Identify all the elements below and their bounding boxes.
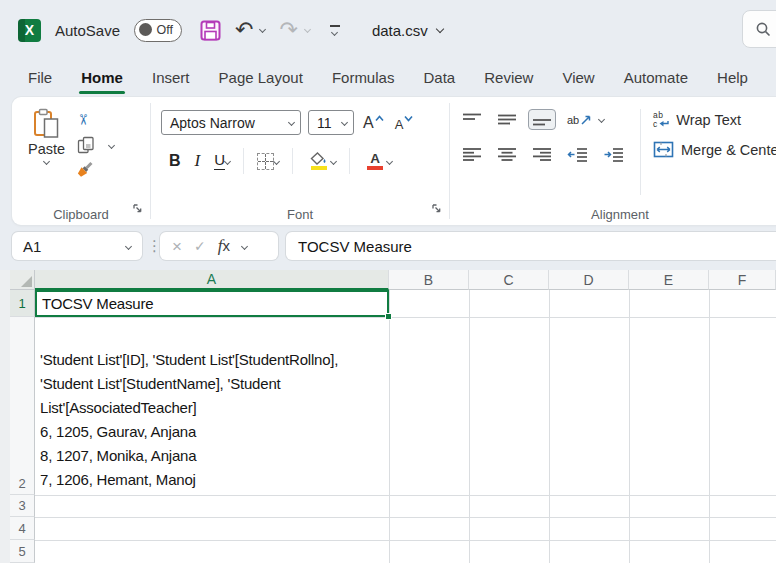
bold-button[interactable]: B <box>163 150 187 172</box>
copy-button[interactable] <box>77 136 114 154</box>
tab-automate[interactable]: Automate <box>622 63 690 95</box>
font-color-button[interactable]: A <box>357 149 398 174</box>
italic-icon: I <box>195 151 201 171</box>
clipboard-group-label: Clipboard <box>12 207 150 222</box>
align-center-button[interactable] <box>493 144 521 165</box>
cell-a2[interactable]: 'Student List'[ID], 'Student List'[Stude… <box>35 317 389 495</box>
font-color-letter-icon: A <box>370 152 380 166</box>
tab-help[interactable]: Help <box>715 63 750 95</box>
font-size-select[interactable]: 11 <box>308 110 354 135</box>
format-painter-button[interactable] <box>77 161 114 179</box>
enter-icon[interactable]: ✓ <box>194 238 206 254</box>
cancel-icon[interactable]: × <box>172 238 182 255</box>
font-dialog-launcher[interactable] <box>431 200 442 218</box>
font-name-value: Aptos Narrow <box>170 115 255 131</box>
orientation-dropdown-chevron-icon[interactable] <box>598 116 605 123</box>
increase-indent-button[interactable] <box>599 144 628 165</box>
sheet-area[interactable]: TOCSV Measure 'Student List'[ID], 'Stude… <box>35 290 776 563</box>
italic-button[interactable]: I <box>189 149 207 173</box>
borders-dropdown-chevron-icon[interactable] <box>273 157 280 164</box>
fill-color-swatch <box>311 166 327 170</box>
borders-button[interactable] <box>251 151 285 172</box>
decrease-font-letter: A <box>395 118 404 131</box>
column-header-d[interactable]: D <box>549 270 629 290</box>
merge-center-button[interactable]: Merge & Center <box>653 141 776 158</box>
name-box[interactable]: A1 <box>12 232 142 260</box>
row-header-1[interactable]: 1 <box>10 290 35 317</box>
fill-handle[interactable] <box>385 313 392 320</box>
customize-chevron-icon <box>331 29 338 36</box>
align-right-icon <box>532 147 552 162</box>
font-color-dropdown-chevron-icon[interactable] <box>386 157 393 164</box>
underline-dropdown-chevron-icon[interactable] <box>224 157 231 164</box>
wrap-text-button[interactable]: ab c Wrap Text <box>653 111 776 128</box>
font-group-label: Font <box>151 207 449 222</box>
column-header-e[interactable]: E <box>629 270 709 290</box>
select-all-button[interactable] <box>10 270 35 290</box>
formula-toolbox: × ✓ fx <box>160 232 278 260</box>
underline-button[interactable]: U <box>208 150 236 172</box>
font-size-chevron-icon <box>341 119 348 126</box>
name-box-chevron-icon[interactable] <box>125 242 132 249</box>
orientation-button[interactable]: ab <box>563 114 604 126</box>
save-button[interactable] <box>200 20 221 41</box>
search-box[interactable] <box>742 10 776 48</box>
formula-input[interactable]: TOCSV Measure <box>286 232 776 260</box>
tab-review[interactable]: Review <box>482 63 535 95</box>
fill-color-button[interactable] <box>300 149 342 173</box>
copy-dropdown-chevron-icon[interactable] <box>108 141 115 148</box>
excel-logo-icon[interactable]: X <box>18 19 41 42</box>
ribbon-tab-bar: File Home Insert Page Layout Formulas Da… <box>0 60 776 97</box>
column-header-b[interactable]: B <box>389 270 469 290</box>
decrease-indent-button[interactable] <box>563 144 592 165</box>
row-header-5[interactable]: 5 <box>10 540 35 563</box>
tab-insert[interactable]: Insert <box>150 63 192 95</box>
gridline <box>35 540 776 541</box>
row-header-2[interactable]: 2 <box>10 317 35 495</box>
cut-scissors-icon: ✂ <box>74 114 92 127</box>
insert-function-button[interactable]: fx <box>218 236 230 256</box>
bold-icon: B <box>169 152 181 170</box>
name-box-value: A1 <box>23 238 41 255</box>
paste-button[interactable]: Paste <box>28 108 65 179</box>
bottom-align-button[interactable] <box>528 109 556 130</box>
tab-data[interactable]: Data <box>421 63 457 95</box>
decrease-font-size-button[interactable]: A <box>393 113 416 133</box>
fx-chevron-icon[interactable] <box>241 242 248 249</box>
fill-color-dropdown-chevron-icon[interactable] <box>330 157 337 164</box>
paste-dropdown-chevron-icon[interactable] <box>43 158 50 165</box>
middle-align-button[interactable] <box>493 109 521 130</box>
column-header-f[interactable]: F <box>709 270 776 290</box>
increase-font-size-button[interactable]: A <box>361 113 386 133</box>
clipboard-group: Paste ✂ <box>12 97 150 225</box>
document-title-button[interactable]: data.csv <box>372 22 443 39</box>
undo-button[interactable]: ↶ <box>235 19 265 41</box>
customize-quick-access-toolbar-button[interactable] <box>330 25 340 35</box>
separator <box>292 148 293 174</box>
undo-dropdown-chevron-icon[interactable] <box>259 25 266 32</box>
cell-a1-selected[interactable]: TOCSV Measure <box>35 290 389 317</box>
tab-home[interactable]: Home <box>79 63 125 95</box>
tab-page-layout[interactable]: Page Layout <box>217 63 305 95</box>
column-header-a[interactable]: A <box>35 270 389 290</box>
cut-button[interactable]: ✂ <box>77 111 114 129</box>
align-right-button[interactable] <box>528 144 556 165</box>
gridline <box>35 495 776 496</box>
top-align-button[interactable] <box>458 109 486 130</box>
autosave-toggle[interactable]: Off <box>134 19 182 42</box>
tab-formulas[interactable]: Formulas <box>330 63 397 95</box>
row-header-3[interactable]: 3 <box>10 495 35 517</box>
row-header-4[interactable]: 4 <box>10 517 35 540</box>
redo-button[interactable]: ↷ <box>279 19 309 41</box>
alignment-group-label: Alignment <box>450 207 776 222</box>
column-header-c[interactable]: C <box>469 270 549 290</box>
tab-file[interactable]: File <box>26 63 54 95</box>
alignment-group: ab <box>450 97 776 225</box>
align-left-button[interactable] <box>458 144 486 165</box>
font-name-select[interactable]: Aptos Narrow <box>161 110 301 135</box>
tab-view[interactable]: View <box>560 63 596 95</box>
clipboard-dialog-launcher[interactable] <box>132 200 143 218</box>
customize-bar-icon <box>330 25 340 27</box>
gridline <box>469 290 470 563</box>
orientation-ab-icon: ab <box>567 114 579 126</box>
